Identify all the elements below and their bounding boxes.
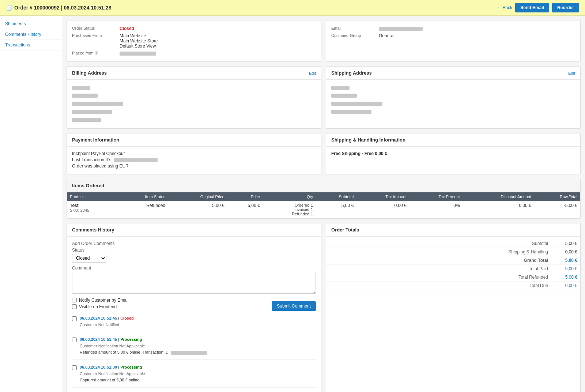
add-order-comments-label: Add Order Comments xyxy=(72,241,316,246)
billing-name-blurred xyxy=(72,86,90,90)
sidebar-item-comments-history[interactable]: Comments History xyxy=(0,29,62,40)
comment-entry-3: 06.03.2024 10:51:30 | Processing Custome… xyxy=(72,364,316,388)
total-row-due: Total Due 0,00 € xyxy=(326,281,580,290)
tax-percent: 0% xyxy=(410,201,463,218)
comment-entry-2: 06.03.2024 10:51:45 | Processing Custome… xyxy=(72,336,316,360)
order-info-table: Order Status Closed Purchased From Main … xyxy=(72,25,316,57)
payment-method: Inchpoint PayPal Checkout xyxy=(72,151,316,156)
subtotal-value: 5,00 € xyxy=(551,240,580,248)
total-paid-value: 5,00 € xyxy=(551,264,580,273)
subtotal: 5,00 € xyxy=(316,201,356,218)
comments-history-title: Comments History xyxy=(72,227,114,233)
notify-customer-checkbox[interactable] xyxy=(72,298,77,302)
original-price: 5,00 € xyxy=(168,201,227,218)
transaction-id-blurred xyxy=(114,158,158,162)
total-row-subtotal: Subtotal 5,00 € xyxy=(326,240,580,248)
shipping-address-edit[interactable]: Edit xyxy=(568,71,575,75)
order-status-value: Closed xyxy=(120,26,134,31)
order-info-panel: Order Status Closed Purchased From Main … xyxy=(67,20,321,62)
row-comments-totals: Comments History Add Order Comments Stat… xyxy=(67,223,581,392)
email-value-blurred xyxy=(379,27,423,31)
shipping-value: 0,00 € xyxy=(551,248,580,256)
billing-city-blurred xyxy=(72,110,112,114)
status-select[interactable]: Closed Processing Pending Complete Cance… xyxy=(72,254,106,263)
order-totals-title: Order Totals xyxy=(331,227,359,233)
shipping-label: Shipping & Handling xyxy=(326,248,551,256)
currency-note: Order was placed using EUR xyxy=(72,163,316,169)
items-table: Product Item Status Original Price Price… xyxy=(67,192,580,218)
page-header: 🧾 Order # 100000092 | 06.03.2024 10:51:2… xyxy=(0,0,585,16)
col-price: Price xyxy=(227,192,263,201)
billing-address-edit[interactable]: Edit xyxy=(309,71,316,75)
grand-total-value: 5,00 € xyxy=(551,256,580,264)
billing-address-panel: Billing Address Edit xyxy=(67,66,321,129)
col-qty: Qty xyxy=(263,192,316,201)
customer-info-panel: Email Customer Group General xyxy=(326,20,581,62)
product-cell: Test SKU: 2345 xyxy=(67,201,117,218)
status-label: Status xyxy=(72,248,316,253)
total-due-label: Total Due xyxy=(326,281,551,290)
col-row-total: Row Total xyxy=(534,192,580,201)
total-row-refunded: Total Refunded 5,00 € xyxy=(326,273,580,281)
main-layout: Shipments Comments History Transactions … xyxy=(0,16,585,392)
col-product: Product xyxy=(67,192,117,201)
shipping-street-blurred xyxy=(331,102,382,106)
txid-blurred-2 xyxy=(171,351,207,355)
comment-checkbox-2[interactable] xyxy=(72,338,77,342)
row-order-customer: Order Status Closed Purchased From Main … xyxy=(67,20,581,62)
billing-name2-blurred xyxy=(72,94,98,98)
customer-info-table: Email Customer Group General xyxy=(331,25,575,39)
billing-country-blurred xyxy=(72,118,101,122)
product-sku: SKU: 2345 xyxy=(70,208,114,212)
total-refunded-label: Total Refunded xyxy=(326,273,551,281)
reorder-button[interactable]: Reorder xyxy=(552,3,579,12)
placed-from-ip-label: Placed from IP xyxy=(72,50,120,57)
items-ordered-panel: Items Ordered Product Item Status Origin… xyxy=(67,179,581,219)
total-row-grand: Grand Total 5,00 € xyxy=(326,256,580,264)
submit-comment-button[interactable]: Submit Comment xyxy=(272,301,316,311)
col-discount: Discount Amount xyxy=(463,192,534,201)
grand-total-label: Grand Total xyxy=(326,256,551,264)
items-ordered-title: Items Ordered xyxy=(72,183,104,188)
order-status-label: Order Status xyxy=(72,25,120,32)
sidebar-item-transactions[interactable]: Transactions xyxy=(0,40,62,50)
qty-cell: Ordered1 Invoiced1 Refunded1 xyxy=(263,201,316,218)
shipping-city-blurred xyxy=(331,110,371,114)
table-row: Test SKU: 2345 Refunded 5,00 € 5,00 € Or… xyxy=(67,201,580,218)
comment-label: Comment xyxy=(72,265,316,271)
order-totals-panel: Order Totals Subtotal 5,00 € Shipping & … xyxy=(326,223,581,392)
subtotal-label: Subtotal xyxy=(326,240,551,248)
purchased-from-value: Main Website Main Website Store Default … xyxy=(120,32,316,50)
visible-on-frontend-checkbox[interactable] xyxy=(72,304,77,309)
comment-checkbox-1[interactable] xyxy=(72,316,77,321)
total-row-shipping: Shipping & Handling 0,00 € xyxy=(326,248,580,256)
row-payment-shipping: Payment Information Inchpoint PayPal Che… xyxy=(67,133,581,174)
shipping-handling-title: Shipping & Handling Information xyxy=(331,137,405,143)
col-item-status: Item Status xyxy=(117,192,168,201)
totals-table: Subtotal 5,00 € Shipping & Handling 0,00… xyxy=(326,240,580,290)
sidebar-item-shipments[interactable]: Shipments xyxy=(0,19,62,29)
col-tax-amount: Tax Amount xyxy=(356,192,410,201)
total-row-paid: Total Paid 5,00 € xyxy=(326,264,580,273)
comment-entry-1: 06.03.2024 10:51:45 | Closed Customer No… xyxy=(72,315,316,332)
sidebar: Shipments Comments History Transactions xyxy=(0,16,62,392)
shipping-address-title: Shipping Address xyxy=(331,70,372,76)
shipping-name2-blurred xyxy=(331,94,357,98)
customer-group-label: Customer Group xyxy=(331,32,379,39)
transaction-id-label: Last Transaction ID: xyxy=(72,157,111,162)
payment-info-panel: Payment Information Inchpoint PayPal Che… xyxy=(67,133,321,174)
main-content: Order Status Closed Purchased From Main … xyxy=(62,16,585,392)
customer-group-value: General xyxy=(379,32,575,39)
header-actions: Back Send Email Reorder xyxy=(497,3,579,12)
product-name: Test xyxy=(70,203,114,208)
total-paid-label: Total Paid xyxy=(326,264,551,273)
email-label: Email xyxy=(331,25,379,32)
send-email-button[interactable]: Send Email xyxy=(515,3,549,12)
back-button[interactable]: Back xyxy=(497,5,512,10)
tax-amount: 0,00 € xyxy=(356,201,410,218)
comment-textarea[interactable] xyxy=(72,272,316,294)
row-total: -5,00 € xyxy=(534,201,580,218)
billing-street-blurred xyxy=(72,102,123,106)
col-subtotal: Subtotal xyxy=(316,192,356,201)
comment-checkbox-3[interactable] xyxy=(72,365,77,370)
